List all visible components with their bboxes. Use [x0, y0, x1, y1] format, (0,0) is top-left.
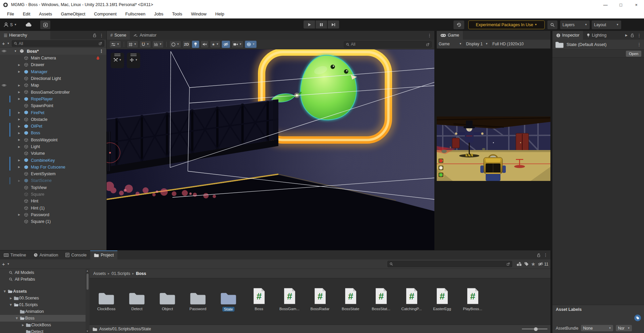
- expand-arrow-icon[interactable]: ▶: [18, 63, 22, 66]
- hierarchy-search-input[interactable]: All: [12, 40, 104, 47]
- scene-search-input[interactable]: All: [344, 41, 432, 48]
- tab-overflow-arrow-icon[interactable]: ▶: [625, 34, 628, 37]
- assetbundle-dropdown[interactable]: None ▼: [581, 325, 613, 331]
- overlay-drag-handle[interactable]: [114, 54, 120, 56]
- display-dropdown[interactable]: Display 1 ▼: [466, 42, 488, 46]
- hierarchy-item[interactable]: ▶ FirePet: [0, 109, 106, 116]
- visibility-eye-icon[interactable]: [2, 84, 6, 87]
- project-asset[interactable]: # Object: [154, 283, 181, 312]
- hierarchy-item[interactable]: ▶ Hint (1): [0, 205, 106, 211]
- tab-inspector[interactable]: Inspector: [552, 31, 583, 40]
- grid-visibility-dropdown[interactable]: ▼: [127, 41, 138, 48]
- version-control-button[interactable]: [40, 20, 50, 29]
- tool-settings-dropdown[interactable]: ▼: [109, 41, 121, 48]
- menu-item[interactable]: Window: [186, 9, 211, 18]
- search-by-type-icon[interactable]: [516, 261, 522, 267]
- favorites-star-icon[interactable]: ★: [531, 261, 535, 267]
- menu-item[interactable]: Jobs: [150, 9, 168, 18]
- project-tree-item[interactable]: ▶ 01.Scripts: [0, 301, 86, 308]
- audio-mute-toggle[interactable]: [201, 41, 209, 48]
- account-button[interactable]: S ▼: [3, 20, 17, 29]
- tab-scene[interactable]: # Scene: [107, 31, 130, 40]
- kebab-menu-icon[interactable]: ⋮: [99, 33, 104, 38]
- scrollbar-thumb[interactable]: [87, 274, 89, 290]
- hierarchy-item[interactable]: ▶ Hint: [0, 198, 106, 204]
- project-asset[interactable]: # Detect: [123, 283, 150, 312]
- expand-arrow-icon[interactable]: ▶: [18, 138, 22, 141]
- open-search-window-icon[interactable]: [506, 262, 510, 266]
- search-by-label-icon[interactable]: [524, 261, 529, 267]
- chevron-down-icon[interactable]: ▼: [7, 263, 10, 266]
- chevron-down-icon[interactable]: ▼: [7, 42, 10, 45]
- project-asset[interactable]: # BossGam...: [276, 283, 303, 312]
- play-button[interactable]: [304, 20, 315, 29]
- hierarchy-item[interactable]: ▶ StartScene: [0, 177, 106, 184]
- project-asset[interactable]: # BossRadar: [307, 283, 333, 312]
- tab-project[interactable]: Project: [90, 250, 117, 259]
- effects-dropdown[interactable]: ★ ▼: [210, 41, 220, 48]
- chevron-down-icon[interactable]: ▼: [119, 59, 122, 61]
- hierarchy-item[interactable]: ▶ Square: [0, 191, 106, 198]
- hierarchy-item[interactable]: ▶ BossGameController: [0, 89, 106, 95]
- kebab-menu-icon[interactable]: ⋮: [99, 49, 104, 53]
- render-mode-dropdown[interactable]: ▼: [169, 41, 181, 48]
- add-icon[interactable]: +: [2, 41, 5, 46]
- breadcrumb-item[interactable]: 01.Scripts ▸: [112, 271, 136, 276]
- expand-arrow-icon[interactable]: ▶: [3, 289, 6, 294]
- kebab-menu-icon[interactable]: ⋮: [543, 253, 548, 257]
- menu-item[interactable]: File: [3, 9, 18, 18]
- menu-item[interactable]: GameObject: [56, 9, 90, 18]
- tree-scrollbar[interactable]: ▲ ▼: [86, 269, 90, 333]
- project-asset[interactable]: # PlayBoss...: [459, 283, 486, 312]
- project-asset[interactable]: # Password: [184, 283, 211, 312]
- chevron-down-icon[interactable]: ▼: [135, 59, 138, 61]
- undo-history-button[interactable]: [453, 20, 464, 29]
- hierarchy-item[interactable]: ▶ BossWaypoint: [0, 137, 106, 143]
- kebab-menu-icon[interactable]: ⋮: [637, 33, 641, 38]
- step-button[interactable]: [328, 20, 339, 29]
- open-search-window-icon[interactable]: [426, 43, 430, 46]
- experimental-packages-button[interactable]: Experimental Packages In Use ▼: [468, 20, 545, 29]
- menu-item[interactable]: Help: [211, 9, 229, 18]
- project-asset[interactable]: # State: [215, 283, 242, 312]
- tools-overlay[interactable]: ▼: [111, 53, 124, 68]
- project-search-input[interactable]: [387, 261, 512, 267]
- menu-item[interactable]: Edit: [18, 9, 35, 18]
- project-asset[interactable]: # BossState: [337, 283, 364, 312]
- expand-arrow-icon[interactable]: ▶: [18, 132, 22, 135]
- icon-size-slider[interactable]: [522, 329, 547, 329]
- expand-arrow-icon[interactable]: ▼: [14, 50, 17, 53]
- expand-arrow-icon[interactable]: ▶: [9, 297, 13, 300]
- minimize-button[interactable]: —: [598, 0, 613, 9]
- visibility-eye-icon[interactable]: [2, 49, 6, 53]
- hierarchy-item[interactable]: ▶ Main Camera: [0, 55, 106, 61]
- scroll-down-icon[interactable]: ▼: [86, 330, 89, 332]
- increment-snap-dropdown[interactable]: ▼: [152, 41, 164, 48]
- hierarchy-item[interactable]: ▶ CombineKey: [0, 157, 106, 163]
- scene-camera-dropdown[interactable]: ▼: [231, 41, 244, 48]
- hierarchy-item[interactable]: ▶ Light: [0, 143, 106, 150]
- hidden-count-toggle[interactable]: 11: [538, 262, 548, 267]
- menu-item[interactable]: Tools: [168, 9, 186, 18]
- hierarchy-item[interactable]: ▶ Password: [0, 211, 106, 218]
- project-tree-item[interactable]: ▶ Assets: [0, 288, 86, 295]
- game-mode-dropdown[interactable]: Game ▼: [439, 42, 462, 46]
- expand-arrow-icon[interactable]: ▶: [18, 145, 22, 148]
- expand-arrow-icon[interactable]: ▶: [21, 324, 25, 327]
- slider-thumb[interactable]: [534, 327, 538, 331]
- layout-dropdown[interactable]: Layout ▼: [592, 20, 621, 29]
- game-render-view[interactable]: ?: [437, 116, 550, 181]
- project-asset[interactable]: # EasterEgg: [429, 283, 455, 312]
- tab-animation[interactable]: Animation: [30, 250, 62, 259]
- expand-arrow-icon[interactable]: ▶: [18, 165, 22, 169]
- hierarchy-item[interactable]: ▶ TopView: [0, 184, 106, 191]
- gizmos-dropdown[interactable]: ▼: [245, 41, 257, 48]
- expand-arrow-icon[interactable]: ▶: [18, 91, 22, 94]
- scene-lighting-toggle[interactable]: [192, 41, 199, 48]
- open-search-window-icon[interactable]: [99, 42, 102, 45]
- layers-dropdown[interactable]: Layers ▼: [560, 20, 590, 29]
- expand-arrow-icon[interactable]: ▶: [18, 179, 22, 182]
- menu-item[interactable]: Assets: [35, 9, 56, 18]
- lock-icon[interactable]: [537, 253, 541, 257]
- hierarchy-item[interactable]: ▶ Square (1): [0, 218, 106, 225]
